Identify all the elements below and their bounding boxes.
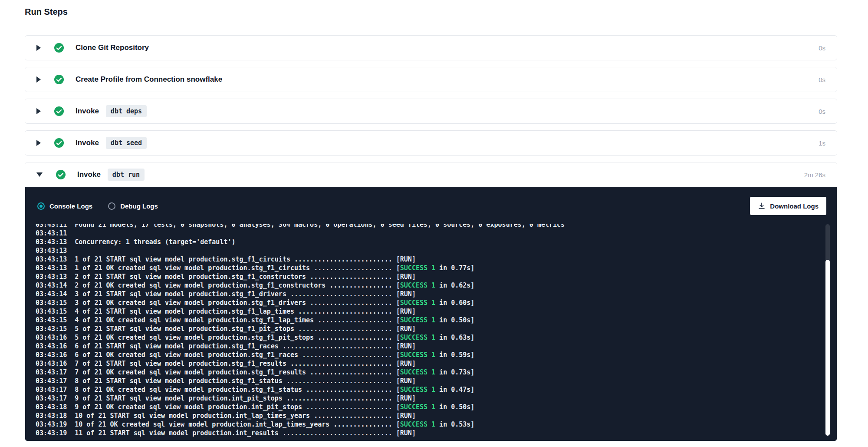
step-header[interactable]: Invoke dbt run 2m 26s [25, 162, 837, 187]
log-success-text: SUCCESS 1 [400, 386, 435, 394]
step-header[interactable]: Clone Git Repository 0s [25, 36, 837, 60]
log-timestamp: 03:43:15 [36, 308, 67, 315]
log-timestamp: 03:43:19 [36, 421, 67, 428]
chevron-right-icon[interactable] [36, 108, 41, 114]
log-success-text: SUCCESS 1 [400, 264, 435, 272]
console-panel: Console LogsDebug Logs Download Logs 03:… [25, 187, 837, 441]
log-line: 03:43:189 of 21 OK created sql view mode… [36, 403, 824, 411]
log-success-text: SUCCESS 1 [400, 316, 435, 324]
log-success-text: SUCCESS 1 [400, 351, 435, 359]
log-text: 3 of 21 OK created sql view model produc… [75, 299, 400, 307]
log-text: in 0.62s] [435, 281, 474, 289]
download-logs-label: Download Logs [770, 202, 819, 210]
log-timestamp: 03:43:18 [36, 412, 67, 420]
step-label: Create Profile from Connection snowflake [76, 75, 222, 84]
log-line: 03:43:1911 of 21 START sql view model pr… [36, 429, 824, 437]
log-timestamp: 03:43:16 [36, 360, 67, 368]
step-header[interactable]: Invoke dbt deps 0s [25, 99, 837, 123]
log-timestamp: 03:43:13 [36, 255, 67, 263]
log-line: 03:43:179 of 21 START sql view model pro… [36, 394, 824, 403]
log-success-text: SUCCESS 1 [400, 299, 435, 307]
chevron-right-icon[interactable] [36, 140, 41, 146]
log-timestamp: 03:43:17 [36, 394, 67, 402]
log-line: 03:43:166 of 21 START sql view model pro… [36, 342, 824, 351]
log-text: 10 of 21 START sql view model production… [75, 412, 416, 420]
step-label: Invoke [76, 107, 99, 116]
step-duration: 0s [819, 44, 825, 52]
log-line: 03:43:13 [36, 246, 824, 255]
radio-dot [39, 205, 43, 208]
success-check-icon [56, 169, 66, 180]
radio-unselected-icon[interactable] [108, 202, 115, 210]
log-tab-debug-logs[interactable]: Debug Logs [108, 202, 158, 210]
log-timestamp: 03:43:14 [36, 281, 67, 289]
log-line: 03:43:1810 of 21 START sql view model pr… [36, 411, 824, 420]
log-line: 03:43:167 of 21 START sql view model pro… [36, 359, 824, 368]
log-line: 03:43:131 of 21 OK created sql view mode… [36, 264, 824, 272]
log-line: 03:43:154 of 21 START sql view model pro… [36, 307, 824, 316]
log-text: 8 of 21 OK created sql view model produc… [75, 386, 400, 394]
log-line: 03:43:11 [36, 229, 824, 238]
log-text: 10 of 21 OK created sql view model produ… [75, 421, 400, 428]
log-timestamp: 03:43:17 [36, 368, 67, 376]
log-timestamp: 03:43:15 [36, 316, 67, 324]
step-command-chip: dbt run [108, 169, 145, 181]
download-logs-button[interactable]: Download Logs [750, 197, 826, 215]
log-timestamp: 03:43:15 [36, 325, 67, 333]
log-success-text: SUCCESS 1 [400, 368, 435, 376]
log-tab-label: Debug Logs [120, 202, 158, 210]
log-text: 3 of 21 START sql view model production.… [75, 290, 416, 298]
log-timestamp: 03:43:11 [36, 224, 67, 228]
log-text: 1 of 21 OK created sql view model produc… [75, 264, 400, 272]
log-text: 2 of 21 OK created sql view model produc… [75, 281, 400, 289]
step-card: Invoke dbt run 2m 26s Console LogsDebug … [25, 162, 837, 441]
console-log-lines: 03:43:11Found 21 models, 17 tests, 0 sna… [36, 224, 824, 437]
step-card: Invoke dbt deps 0s [25, 99, 837, 124]
download-icon [758, 202, 766, 210]
chevron-right-icon[interactable] [36, 76, 41, 83]
log-text: 7 of 21 OK created sql view model produc… [75, 368, 400, 376]
log-text: in 0.50s] [435, 403, 474, 411]
log-line: 03:43:154 of 21 OK created sql view mode… [36, 316, 824, 324]
log-text: 4 of 21 START sql view model production.… [75, 308, 416, 315]
log-type-radio-group: Console LogsDebug Logs [37, 202, 158, 210]
success-check-icon [54, 43, 64, 53]
chevron-right-icon[interactable] [36, 45, 41, 51]
log-timestamp: 03:43:13 [36, 273, 67, 281]
step-duration: 1s [819, 139, 825, 147]
log-text: Found 21 models, 17 tests, 0 snapshots, … [75, 224, 565, 228]
step-header[interactable]: Invoke dbt seed 1s [25, 131, 837, 155]
log-scrollbar-thumb[interactable] [825, 260, 830, 436]
log-text: 5 of 21 OK created sql view model produc… [75, 334, 400, 341]
step-card: Create Profile from Connection snowflake… [25, 67, 837, 92]
log-timestamp: 03:43:14 [36, 290, 67, 298]
log-text: in 0.73s] [435, 368, 474, 376]
step-command-chip: dbt seed [106, 137, 147, 149]
log-timestamp: 03:43:16 [36, 351, 67, 359]
log-text: in 0.50s] [435, 316, 474, 324]
log-text: 5 of 21 START sql view model production.… [75, 325, 416, 333]
log-timestamp: 03:43:11 [36, 229, 67, 237]
step-label: Invoke [76, 139, 99, 147]
log-line: 03:43:13Concurrency: 1 threads (target='… [36, 238, 824, 246]
console-log-viewport[interactable]: 03:43:11Found 21 models, 17 tests, 0 sna… [25, 224, 824, 440]
log-success-text: SUCCESS 1 [400, 281, 435, 289]
step-label: Clone Git Repository [76, 43, 149, 52]
log-tab-console-logs[interactable]: Console Logs [37, 202, 92, 210]
radio-dot [110, 205, 113, 208]
log-line: 03:43:1910 of 21 OK created sql view mod… [36, 420, 824, 429]
log-text: Concurrency: 1 threads (target='default'… [75, 238, 235, 246]
log-text: in 0.59s] [435, 351, 474, 359]
console-header: Console LogsDebug Logs Download Logs [25, 187, 837, 215]
log-text: 4 of 21 OK created sql view model produc… [75, 316, 400, 324]
log-line: 03:43:153 of 21 OK created sql view mode… [36, 298, 824, 307]
log-text: in 0.53s] [435, 421, 474, 428]
log-text: 6 of 21 OK created sql view model produc… [75, 351, 400, 359]
radio-selected-icon[interactable] [37, 202, 45, 210]
step-header[interactable]: Create Profile from Connection snowflake… [25, 67, 837, 92]
log-success-text: SUCCESS 1 [400, 403, 435, 411]
log-timestamp: 03:43:17 [36, 386, 67, 394]
log-text: in 0.63s] [435, 334, 474, 341]
chevron-down-icon[interactable] [36, 172, 43, 177]
log-timestamp: 03:43:16 [36, 342, 67, 350]
